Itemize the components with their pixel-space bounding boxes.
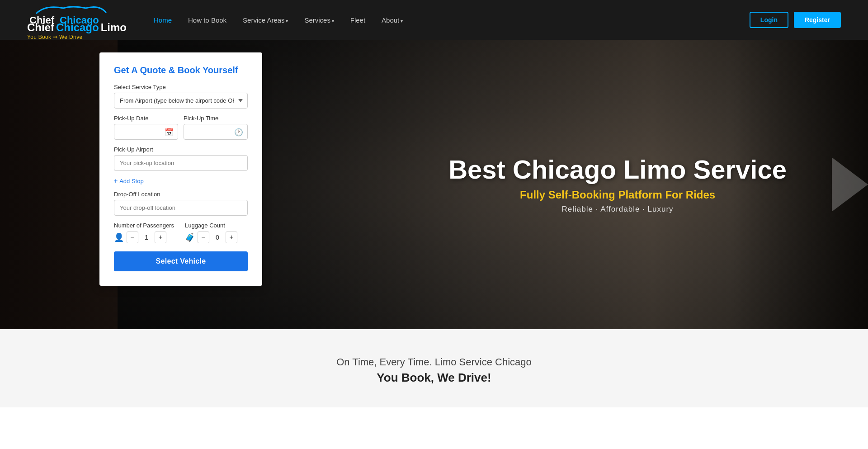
nav-home[interactable]: Home [154,16,172,24]
service-type-select[interactable]: From Airport (type below the airport cod… [114,93,248,109]
date-input-wrapper: 📅 [114,124,178,140]
luggage-increment-button[interactable]: + [226,232,237,243]
pickup-date-input[interactable] [114,124,178,140]
add-stop-label: Add Stop [119,178,144,184]
logo-chief: Chief [27,21,54,34]
navbar: Chief Chicago Chief Chicago Limo You Boo… [0,0,868,40]
pickup-time-group: Pick-Up Time 🕐 [184,115,248,140]
logo-chicago: Chicago [56,21,99,34]
hero-text: Best Chicago Limo Service Fully Self-Boo… [448,155,787,214]
register-button[interactable]: Register [794,12,841,28]
svg-marker-2 [832,157,868,212]
pickup-airport-label: Pick-Up Airport [114,146,248,153]
nav-service-areas[interactable]: Service Areas ▾ [243,16,288,24]
pickup-date-label: Pick-Up Date [114,115,178,122]
nav-how-to-book[interactable]: How to Book [188,16,226,24]
luggage-decrement-button[interactable]: − [198,232,209,243]
luggage-counter: 🧳 − 0 + [185,232,237,243]
time-input-wrapper: 🕐 [184,124,248,140]
logo: Chief Chicago Chief Chicago Limo You Boo… [27,0,127,40]
dropoff-group: Drop-Off Location [114,191,248,216]
hero-arrow-decoration [832,157,868,212]
dropoff-input[interactable] [114,200,248,216]
bottom-line1: On Time, Every Time. Limo Service Chicag… [18,356,850,368]
nav-services[interactable]: Services ▾ [304,16,334,24]
bottom-section: On Time, Every Time. Limo Service Chicag… [0,329,868,407]
booking-form: Get A Quote & Book Yourself Select Servi… [99,52,262,286]
hero-section: Get A Quote & Book Yourself Select Servi… [0,40,868,329]
service-type-label: Select Service Type [114,84,248,90]
logo-tagline: You Book ⇒ We Drive [27,34,127,40]
luggage-value: 0 [212,234,223,241]
add-stop-button[interactable]: + Add Stop [114,177,144,184]
nav-links: Home How to Book Service Areas ▾ Service… [154,16,750,24]
luggage-label: Luggage Count [185,222,237,229]
hero-subtitle: Fully Self-Booking Platform For Rides [448,189,787,201]
plus-icon: + [114,177,118,184]
pickup-airport-input[interactable] [114,155,248,171]
service-type-group: Select Service Type From Airport (type b… [114,84,248,109]
counters-row: Number of Passengers 👤 − 1 + Luggage Cou… [114,222,248,243]
passengers-increment-button[interactable]: + [155,232,166,243]
nav-about[interactable]: About ▾ [382,16,403,24]
bottom-line2: You Book, We Drive! [18,371,850,385]
passengers-label: Number of Passengers [114,222,174,229]
luggage-icon: 🧳 [185,232,195,242]
about-dropdown-icon: ▾ [399,19,403,24]
pickup-time-label: Pick-Up Time [184,115,248,122]
luggage-section: Luggage Count 🧳 − 0 + [185,222,237,243]
passengers-section: Number of Passengers 👤 − 1 + [114,222,174,243]
dropoff-label: Drop-Off Location [114,191,248,198]
select-vehicle-button[interactable]: Select Vehicle [114,251,248,271]
login-button[interactable]: Login [750,12,788,28]
passengers-counter: 👤 − 1 + [114,232,174,243]
hero-title: Best Chicago Limo Service [448,155,787,184]
pickup-date-group: Pick-Up Date 📅 [114,115,178,140]
nav-fleet[interactable]: Fleet [350,16,365,24]
passengers-decrement-button[interactable]: − [127,232,138,243]
services-dropdown-icon: ▾ [330,19,334,24]
pickup-time-input[interactable] [184,124,248,140]
hero-tagline: Reliable · Affordable · Luxury [448,205,787,214]
logo-limo: Limo [101,21,127,34]
passengers-icon: 👤 [114,232,124,242]
datetime-row: Pick-Up Date 📅 Pick-Up Time 🕐 [114,115,248,146]
pickup-airport-group: Pick-Up Airport [114,146,248,171]
passengers-value: 1 [141,234,152,241]
form-title: Get A Quote & Book Yourself [114,65,248,76]
nav-buttons: Login Register [750,12,841,28]
service-areas-dropdown-icon: ▾ [285,19,288,24]
